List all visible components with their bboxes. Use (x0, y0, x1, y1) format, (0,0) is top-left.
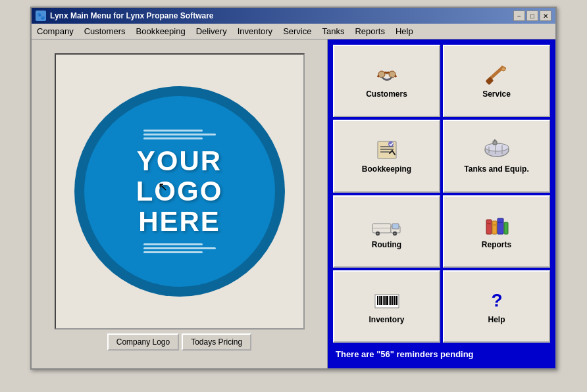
logo-circle-outer: YOUR LOGO HERE (74, 86, 285, 297)
svg-rect-44 (396, 296, 397, 305)
svg-point-22 (376, 232, 378, 234)
minimize-button[interactable]: − (513, 11, 525, 21)
grid-btn-bookkeeping[interactable]: Bookkeeping (333, 120, 440, 192)
logo-line-6 (143, 251, 203, 253)
bookkeeping-label: Bookkeeping (362, 164, 411, 174)
help-label: Help (488, 315, 505, 324)
logo-text: YOUR LOGO HERE (136, 146, 223, 237)
grid-btn-inventory[interactable]: Inventory (333, 270, 440, 343)
title-bar: 🐾 Lynx Main Menu for Lynx Propane Softwa… (32, 8, 555, 24)
svg-rect-27 (492, 221, 497, 234)
grid-row-4: Inventory ? Help (333, 270, 550, 343)
svg-rect-37 (383, 296, 384, 305)
logo-line-3 (143, 137, 203, 139)
main-content: YOUR LOGO HERE ↖ Company Logo (32, 39, 555, 368)
menu-bar: Company Customers Bookkeeping Delivery I… (32, 24, 555, 39)
menu-service[interactable]: Service (278, 25, 317, 37)
grid-row-2: Bookkeeping Tanks a (333, 120, 550, 192)
grid-btn-help[interactable]: ? Help (443, 270, 550, 343)
inventory-label: Inventory (369, 315, 404, 324)
svg-rect-26 (486, 220, 492, 234)
svg-rect-43 (394, 296, 396, 305)
svg-rect-36 (380, 296, 382, 305)
svg-rect-16 (493, 141, 497, 145)
inventory-icon (371, 289, 403, 312)
tanks-label: Tanks and Equip. (464, 164, 528, 174)
logo-line-1 (143, 130, 203, 132)
right-panel: Customers Service (328, 39, 555, 368)
logo-area: YOUR LOGO HERE ↖ (55, 53, 305, 330)
reminders-text: There are "56" reminders pending (336, 349, 474, 359)
logo-line-logo: LOGO (136, 176, 223, 207)
menu-reports[interactable]: Reports (349, 25, 390, 37)
grid-btn-reports[interactable]: Reports (443, 195, 550, 268)
grid-btn-customers[interactable]: Customers (333, 45, 440, 117)
grid-row-1: Customers Service (333, 45, 550, 117)
menu-bookkeeping[interactable]: Bookkeeping (131, 25, 191, 37)
bottom-buttons: Company Logo Todays Pricing (101, 330, 258, 355)
logo-lines-top (143, 130, 216, 139)
maximize-button[interactable]: □ (526, 11, 538, 21)
menu-company[interactable]: Company (32, 25, 79, 37)
bookkeeping-icon (371, 138, 403, 162)
logo-line-your: YOUR (136, 146, 223, 176)
svg-rect-42 (392, 296, 393, 305)
customers-icon (371, 63, 403, 87)
logo-lines-bottom (143, 243, 216, 253)
svg-text:?: ? (491, 290, 502, 310)
svg-point-1 (389, 71, 396, 78)
svg-point-0 (378, 71, 385, 78)
reports-icon (481, 214, 513, 237)
logo-line-here: HERE (136, 207, 223, 237)
menu-customers[interactable]: Customers (79, 25, 131, 37)
logo-line-2 (143, 134, 216, 135)
close-button[interactable]: ✕ (540, 11, 551, 21)
logo-line-4 (143, 243, 203, 245)
routing-icon (371, 214, 403, 237)
cursor-icon: ↖ (158, 180, 168, 194)
svg-rect-41 (390, 296, 392, 305)
title-bar-left: 🐾 Lynx Main Menu for Lynx Propane Softwa… (36, 11, 213, 21)
customers-label: Customers (366, 89, 407, 99)
svg-point-24 (394, 232, 396, 234)
grid-btn-tanks[interactable]: Tanks and Equip. (443, 120, 550, 192)
menu-help[interactable]: Help (390, 25, 419, 37)
svg-rect-39 (386, 296, 388, 305)
menu-inventory[interactable]: Inventory (232, 25, 278, 37)
svg-rect-34 (377, 296, 378, 305)
svg-rect-40 (389, 296, 390, 305)
logo-circle-inner: YOUR LOGO HERE (84, 96, 275, 287)
menu-delivery[interactable]: Delivery (191, 25, 232, 37)
routing-label: Routing (372, 240, 401, 249)
menu-tanks[interactable]: Tanks (317, 25, 349, 37)
svg-rect-28 (498, 218, 503, 234)
title-bar-controls: − □ ✕ (513, 11, 551, 21)
left-panel: YOUR LOGO HERE ↖ Company Logo (32, 39, 328, 368)
todays-pricing-button[interactable]: Todays Pricing (182, 333, 251, 351)
help-icon: ? (481, 289, 513, 312)
grid-row-3: Routing (333, 195, 550, 268)
tanks-icon (481, 138, 513, 162)
grid-btn-routing[interactable]: Routing (333, 195, 440, 268)
grid-btn-service[interactable]: Service (443, 45, 550, 117)
window-title: Lynx Main Menu for Lynx Propane Software (50, 11, 213, 20)
svg-rect-29 (504, 222, 508, 234)
logo-line-5 (143, 247, 216, 249)
svg-rect-35 (379, 296, 380, 305)
app-icon: 🐾 (36, 11, 46, 21)
svg-rect-20 (392, 224, 399, 229)
svg-point-5 (501, 67, 505, 71)
svg-rect-38 (384, 296, 386, 305)
main-window: 🐾 Lynx Main Menu for Lynx Propane Softwa… (30, 7, 557, 370)
reminders-bar: There are "56" reminders pending (333, 345, 550, 363)
reports-label: Reports (482, 240, 511, 249)
service-label: Service (482, 89, 511, 99)
company-logo-button[interactable]: Company Logo (107, 333, 179, 351)
service-icon (481, 63, 513, 87)
